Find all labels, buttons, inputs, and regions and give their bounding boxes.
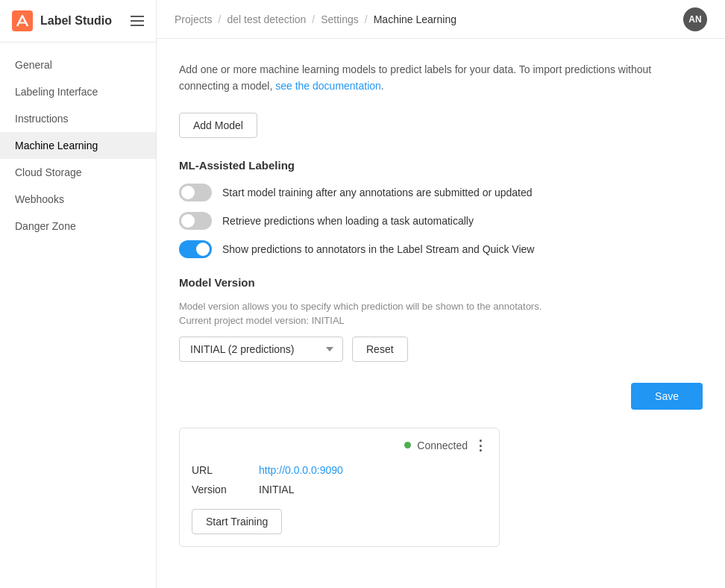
toggle-1[interactable] — [179, 184, 212, 201]
sidebar-header: Label Studio — [0, 0, 156, 43]
breadcrumb-sep-2: / — [312, 13, 315, 25]
breadcrumb-projects[interactable]: Projects — [175, 13, 213, 25]
sidebar-item-general[interactable]: General — [0, 51, 156, 78]
start-training-button[interactable]: Start Training — [192, 509, 282, 534]
toggle-2-label: Retrieve predictions when loading a task… — [222, 215, 474, 227]
version-controls: INITIAL (2 predictions) Reset — [179, 337, 703, 362]
svg-rect-0 — [12, 10, 33, 31]
model-version-title: Model Version — [179, 276, 703, 289]
url-value: http://0.0.0.0:9090 — [259, 464, 343, 476]
version-value: INITIAL — [259, 484, 294, 495]
sidebar-item-webhooks[interactable]: Webhooks — [0, 186, 156, 213]
description-text-1: Add one or more machine learning models … — [179, 63, 651, 92]
content-area: Add one or more machine learning models … — [157, 39, 725, 588]
toggle-row-3: Show predictions to annotators in the La… — [179, 240, 703, 258]
toggle-3-label: Show predictions to annotators in the La… — [222, 243, 534, 255]
description-text-2: . — [381, 80, 384, 92]
breadcrumb-project-name[interactable]: del test detection — [227, 13, 306, 25]
menu-icon[interactable] — [131, 16, 144, 26]
topbar: Projects / del test detection / Settings… — [157, 0, 725, 39]
url-label: URL — [192, 464, 259, 476]
breadcrumb-sep-3: / — [365, 13, 368, 25]
sidebar: Label Studio General Labeling Interface … — [0, 0, 157, 588]
documentation-link[interactable]: see the documentation — [275, 80, 381, 92]
save-row: Save — [179, 383, 703, 410]
page-description: Add one or more machine learning models … — [179, 61, 703, 95]
toggle-3[interactable] — [179, 240, 212, 258]
sidebar-item-danger-zone[interactable]: Danger Zone — [0, 213, 156, 240]
add-model-button[interactable]: Add Model — [179, 113, 257, 138]
connected-status-label: Connected — [417, 440, 468, 451]
model-version-description: Model version allows you to specify whic… — [179, 301, 703, 312]
model-version-section: Model Version Model version allows you t… — [179, 276, 703, 362]
toggle-3-slider — [179, 240, 212, 258]
toggle-1-slider — [179, 184, 212, 201]
toggle-row-1: Start model training after any annotatio… — [179, 184, 703, 201]
toggle-2-slider — [179, 212, 212, 230]
sidebar-item-instructions[interactable]: Instructions — [0, 105, 156, 132]
toggle-2[interactable] — [179, 212, 212, 230]
sidebar-item-labeling-interface[interactable]: Labeling Interface — [0, 78, 156, 105]
breadcrumb-settings[interactable]: Settings — [321, 13, 359, 25]
sidebar-item-cloud-storage[interactable]: Cloud Storage — [0, 159, 156, 186]
model-version-field: Version INITIAL — [192, 484, 487, 495]
avatar: AN — [683, 7, 707, 31]
sidebar-item-machine-learning[interactable]: Machine Learning — [0, 132, 156, 159]
model-url-field: URL http://0.0.0.0:9090 — [192, 464, 487, 476]
breadcrumb-current: Machine Learning — [374, 13, 456, 25]
model-card-header: Connected ⋮ — [180, 428, 499, 460]
reset-button[interactable]: Reset — [352, 337, 408, 362]
connected-status-dot — [404, 442, 411, 448]
main: Projects / del test detection / Settings… — [157, 0, 725, 588]
model-version-current: Current project model version: INITIAL — [179, 315, 703, 326]
save-button[interactable]: Save — [631, 383, 703, 410]
toggle-row-2: Retrieve predictions when loading a task… — [179, 212, 703, 230]
more-options-icon[interactable]: ⋮ — [474, 437, 487, 454]
app-title: Label Studio — [40, 14, 112, 28]
version-select[interactable]: INITIAL (2 predictions) — [179, 337, 343, 362]
toggle-1-label: Start model training after any annotatio… — [222, 187, 533, 198]
model-card: Connected ⋮ URL http://0.0.0.0:9090 Vers… — [179, 428, 500, 547]
ml-assisted-section-title: ML-Assisted Labeling — [179, 159, 703, 172]
version-label: Version — [192, 484, 259, 495]
sidebar-nav: General Labeling Interface Instructions … — [0, 43, 156, 248]
model-card-body: URL http://0.0.0.0:9090 Version INITIAL … — [180, 460, 499, 546]
logo-icon — [12, 10, 33, 31]
breadcrumb: Projects / del test detection / Settings… — [175, 13, 683, 25]
breadcrumb-sep-1: / — [219, 13, 222, 25]
